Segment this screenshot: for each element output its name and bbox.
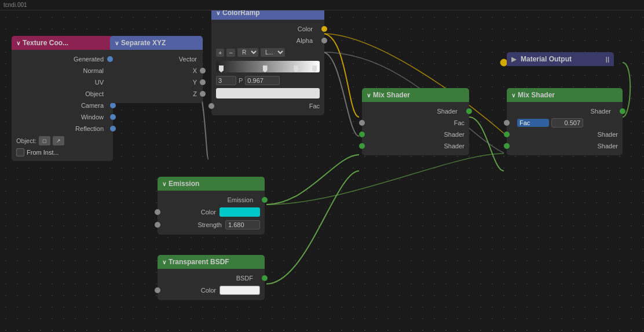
collapse-arrow-icon[interactable]: ∨ (16, 40, 20, 46)
emission-output-socket[interactable] (262, 197, 268, 203)
ms1-shader-output-socket[interactable] (466, 108, 472, 114)
bsdf-output-socket[interactable] (262, 275, 268, 281)
colorramp-add-btn[interactable]: + (216, 49, 224, 57)
emission-color-input-socket[interactable] (155, 209, 160, 215)
transparent-bsdf-node: ∨ Transparent BSDF BSDF Color (158, 255, 265, 300)
collapse-arrow-icon[interactable]: ∨ (162, 181, 166, 187)
sxyz-x-socket[interactable] (200, 68, 206, 74)
tc-object-row: Object (12, 88, 113, 100)
emission-strength-socket[interactable] (155, 222, 160, 228)
colorramp-remove-btn[interactable]: − (226, 49, 235, 57)
emission-strength-input[interactable] (225, 220, 260, 229)
mix-shader-1-body: Shader Fac Shader Shader (362, 102, 469, 155)
object-picker-icon[interactable]: ↗ (53, 136, 64, 145)
color-output-row: Color (211, 23, 324, 35)
sxyz-y-socket[interactable] (200, 79, 206, 85)
emission-output-row: Emission (158, 194, 265, 206)
bsdf-color-swatch[interactable] (219, 286, 260, 295)
colorramp-stop-num[interactable] (216, 76, 236, 85)
object-icon[interactable]: ◻ (39, 136, 50, 145)
tc-reflection-label: Reflection (16, 125, 108, 132)
mix-shader-1-header[interactable]: ∨ Mix Shader (362, 88, 469, 102)
from-inst-label: From Inst... (27, 149, 59, 156)
fac-input-socket[interactable] (208, 103, 214, 109)
separate-xyz-header[interactable]: ∨ Separate XYZ (110, 36, 203, 50)
ms1-shader1-row: Shader (362, 129, 469, 140)
ms1-shader1-socket[interactable] (359, 132, 365, 137)
colorramp-l-dropdown[interactable]: L... (261, 48, 285, 57)
bsdf-color-label: Color (162, 287, 219, 294)
material-output-title: Material Output (521, 55, 572, 63)
mix-shader-1-node: ∨ Mix Shader Shader Fac Shader Shader (362, 88, 469, 155)
color-output-socket[interactable] (321, 26, 327, 32)
ms1-shader2-label: Shader (367, 143, 464, 149)
tc-generated-row: Generated (12, 53, 113, 65)
emission-color-swatch[interactable] (219, 207, 260, 217)
transparent-bsdf-header[interactable]: ∨ Transparent BSDF (158, 255, 265, 269)
colorramp-controls: + − R L... (211, 46, 324, 59)
ms1-shader-output-label: Shader (368, 108, 463, 115)
colorramp-stop-mid1[interactable] (263, 65, 268, 72)
colorramp-pos-row: P (211, 75, 324, 86)
tc-reflection-row: Reflection (12, 123, 113, 134)
separate-xyz-body: Vector X Y Z (110, 50, 203, 103)
ms1-shader2-socket[interactable] (359, 143, 365, 149)
sxyz-x-row: X (110, 65, 203, 76)
ms1-fac-socket[interactable] (359, 120, 365, 126)
sxyz-vector-socket[interactable] (107, 56, 113, 62)
from-inst-checkbox[interactable] (16, 148, 24, 156)
fac-input-row: Fac (211, 100, 324, 112)
sxyz-vector-row: Vector (110, 53, 203, 65)
ms1-shader1-label: Shader (367, 131, 464, 138)
emission-body: Emission Color Strength (158, 191, 265, 235)
emission-strength-label: Strength (162, 221, 225, 228)
ms2-shader-output-socket[interactable] (620, 108, 625, 114)
material-output-header[interactable]: ▶ Material Output || (507, 52, 614, 66)
material-output-arrow[interactable]: ▶ (511, 56, 516, 63)
collapse-arrow-icon[interactable]: ∨ (367, 92, 371, 98)
ms2-shader-output-row: Shader (507, 105, 623, 117)
colorramp-color-swatch[interactable] (216, 88, 320, 98)
object-input-label: Object: (16, 137, 36, 144)
tc-normal-row: Normal (12, 65, 113, 76)
tc-uv-row: UV (12, 76, 113, 88)
colorramp-node: ∨ ColorRamp Color Alpha + − R L... (211, 6, 324, 115)
colorramp-stop-left[interactable] (219, 65, 224, 72)
sxyz-z-row: Z (110, 88, 203, 100)
ms2-shader2-socket[interactable] (504, 143, 510, 149)
colorramp-gradient[interactable] (216, 61, 320, 72)
texture-coord-header[interactable]: ∨ Texture Coo... (12, 36, 113, 50)
mix-shader-2-header[interactable]: ∨ Mix Shader (507, 88, 623, 102)
bsdf-color-input-socket[interactable] (155, 287, 160, 293)
ms2-fac-socket[interactable] (504, 120, 510, 126)
ms2-fac-value[interactable] (551, 118, 583, 127)
mix-shader-2-body: Shader Shader Shader (507, 102, 623, 155)
sxyz-z-socket[interactable] (200, 91, 206, 97)
colorramp-stop-mid2[interactable] (294, 65, 298, 72)
collapse-arrow-icon[interactable]: ∨ (115, 40, 119, 46)
collapse-arrow-icon[interactable]: ∨ (511, 92, 515, 98)
mix-shader-1-title: Mix Shader (373, 91, 410, 99)
tc-camera-socket[interactable] (110, 103, 116, 108)
ms2-fac-input[interactable] (517, 119, 549, 127)
ms2-shader1-socket[interactable] (504, 132, 510, 137)
emission-color-label: Color (162, 209, 219, 216)
alpha-output-row: Alpha (211, 35, 324, 46)
ms1-fac-label: Fac (367, 119, 464, 126)
emission-header[interactable]: ∨ Emission (158, 177, 265, 191)
collapse-arrow-icon[interactable]: ∨ (216, 10, 220, 16)
colorramp-stop-right[interactable] (312, 65, 317, 72)
emission-output-label: Emission (163, 196, 259, 203)
tc-reflection-socket[interactable] (110, 126, 116, 132)
colorramp-stop-pos[interactable] (245, 76, 280, 85)
separate-xyz-title: Separate XYZ (121, 39, 166, 47)
collapse-arrow-icon[interactable]: ∨ (162, 259, 166, 265)
texture-coord-title: Texture Coo... (23, 39, 68, 47)
transparent-bsdf-body: BSDF Color (158, 269, 265, 300)
from-inst-row: From Inst... (12, 147, 113, 158)
colorramp-r-dropdown[interactable]: R (237, 48, 258, 57)
alpha-output-socket[interactable] (321, 38, 327, 43)
sxyz-z-label: Z (116, 90, 197, 97)
tc-window-socket[interactable] (110, 114, 116, 120)
emission-node: ∨ Emission Emission Color Strength (158, 177, 265, 235)
